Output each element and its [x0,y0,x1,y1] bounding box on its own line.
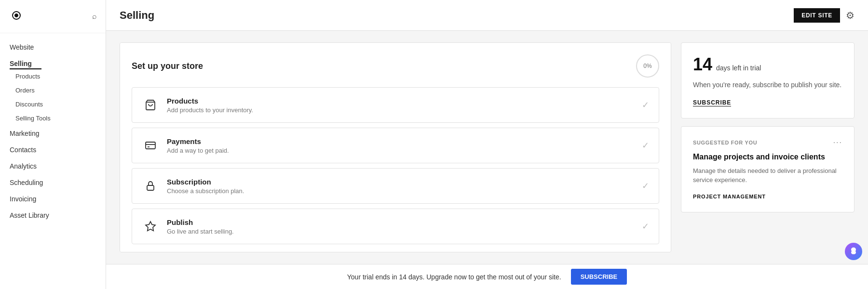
trial-description: When you're ready, subscribe to publish … [693,80,842,90]
sidebar-item-scheduling[interactable]: Scheduling [0,174,106,191]
top-header: Selling EDIT SITE ⚙ [106,0,868,31]
sidebar-item-orders[interactable]: Orders [0,83,106,97]
main-content: Selling EDIT SITE ⚙ Set up your store 0% [106,0,868,289]
banner-subscribe-button[interactable]: SUBSCRIBE [571,269,627,285]
svg-rect-2 [146,142,155,149]
progress-circle: 0% [636,54,659,78]
trial-label: days left in trial [716,64,761,72]
sidebar-item-invoicing[interactable]: Invoicing [0,191,106,207]
project-management-link[interactable]: PROJECT MANAGEMENT [693,194,766,199]
step-publish-title: Publish [167,218,234,226]
trial-days: 14 [693,54,712,75]
step-publish-desc: Go live and start selling. [167,228,234,235]
page-title: Selling [120,9,154,22]
banner-text: Your trial ends in 14 days. Upgrade now … [347,273,561,281]
step-products-title: Products [167,97,253,105]
setup-step-left: Publish Go live and start selling. [142,218,234,235]
step-payments-title: Payments [167,137,229,145]
store-setup-header: Set up your store 0% [132,54,659,78]
sidebar-item-asset-library[interactable]: Asset Library [0,207,106,223]
step-products-check: ✓ [642,100,649,110]
setup-step-subscription[interactable]: Subscription Choose a subscription plan.… [132,168,659,204]
trial-header: 14 days left in trial [693,54,842,75]
step-subscription-check: ✓ [642,181,649,191]
sidebar: ⌕ Website Selling Products Orders Discou… [0,0,106,289]
store-setup-title: Set up your store [132,61,203,71]
logo-icon [9,8,24,25]
suggestion-header: SUGGESTED FOR YOU ··· [693,138,842,147]
step-publish-check: ✓ [642,221,649,232]
sidebar-item-marketing[interactable]: Marketing [0,125,106,142]
trial-subscribe-link[interactable]: SUBSCRIBE [693,99,731,106]
sidebar-nav: Website Selling Products Orders Discount… [0,33,106,289]
setup-step-left: Products Add products to your inventory. [142,96,253,114]
body-area: Set up your store 0% Products Add [106,31,868,264]
setup-step-left: Payments Add a way to get paid. [142,137,229,154]
step-products-desc: Add products to your inventory. [167,106,253,114]
star-icon [142,218,159,235]
step-payments-check: ✓ [642,140,649,151]
sidebar-item-discounts[interactable]: Discounts [0,97,106,111]
sidebar-item-contacts[interactable]: Contacts [0,142,106,158]
sidebar-item-analytics[interactable]: Analytics [0,158,106,174]
right-panel: 14 days left in trial When you're ready,… [681,42,854,252]
header-actions: EDIT SITE ⚙ [794,8,854,23]
step-subscription-title: Subscription [167,178,244,186]
sidebar-item-website[interactable]: Website [0,39,106,55]
cart-icon [142,96,159,114]
search-icon[interactable]: ⌕ [92,12,97,21]
svg-marker-6 [146,222,155,231]
sidebar-item-selling-tools[interactable]: Selling Tools [0,111,106,125]
setup-step-left: Subscription Choose a subscription plan. [142,177,244,195]
step-subscription-desc: Choose a subscription plan. [167,187,244,195]
svg-rect-5 [147,185,154,190]
suggested-for-you-label: SUGGESTED FOR YOU [693,140,757,145]
suggestion-card: SUGGESTED FOR YOU ··· Manage projects an… [681,126,854,212]
step-payments-desc: Add a way to get paid. [167,147,229,154]
suggestion-description: Manage the details needed to deliver a p… [693,166,842,185]
edit-site-button[interactable]: EDIT SITE [794,8,840,23]
sidebar-header: ⌕ [0,0,106,33]
bottom-banner: Your trial ends in 14 days. Upgrade now … [106,264,868,289]
payment-icon [142,137,159,154]
settings-icon[interactable]: ⚙ [846,10,854,21]
setup-step-payments[interactable]: Payments Add a way to get paid. ✓ [132,128,659,163]
setup-step-products[interactable]: Products Add products to your inventory.… [132,87,659,123]
sidebar-item-products[interactable]: Products [0,69,106,83]
ai-assistant-icon[interactable] [845,243,862,260]
store-setup-card: Set up your store 0% Products Add [120,42,671,252]
sidebar-item-selling[interactable]: Selling [10,55,41,69]
suggestion-title: Manage projects and invoice clients [693,153,842,161]
trial-card: 14 days left in trial When you're ready,… [681,42,854,118]
more-options-icon[interactable]: ··· [833,138,842,147]
lock-icon [142,177,159,195]
setup-step-publish[interactable]: Publish Go live and start selling. ✓ [132,209,659,244]
